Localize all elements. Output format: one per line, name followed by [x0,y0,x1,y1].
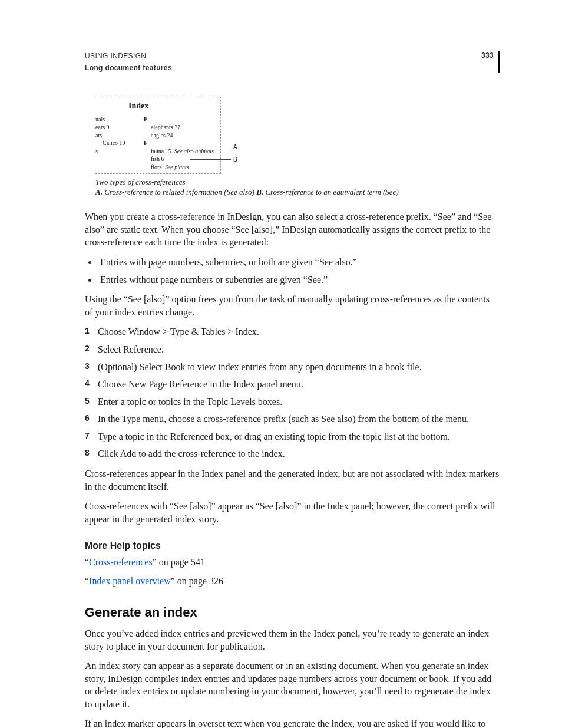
index-entry-xref-b: flora. See plants [144,163,220,172]
callout-line-a [219,147,231,147]
index-xref-see: See plants [165,164,189,170]
body-paragraph: Cross-references appear in the Index pan… [85,467,500,493]
step-item: Enter a topic or topics in the Topic Lev… [85,396,500,409]
callout-line-b [190,159,231,160]
body-paragraph: When you create a cross-reference in InD… [85,210,500,249]
body-paragraph: Cross-references with “See [also]” appea… [85,500,500,525]
numbered-steps: Choose Window > Type & Tables > Index. S… [85,325,500,460]
index-sample-box: Index nals ears 9 ats Calico 19 s E elep… [95,97,221,174]
index-xref-see-also: See also animals [174,148,214,154]
link-suffix: ” on page 541 [153,557,205,567]
body-paragraph: An index story can appear as a separate … [85,660,500,710]
index-entry: s [95,147,143,156]
link-cross-references[interactable]: Cross-references [89,557,153,567]
bullet-list: Entries with page numbers, subentries, o… [85,256,500,286]
section-heading-generate-index: Generate an index [85,604,500,621]
bullet-item: Entries with page numbers, subentries, o… [98,256,500,269]
callout-a: A [233,143,237,151]
figure-block: Index nals ears 9 ats Calico 19 s E elep… [85,97,500,197]
index-left-column: nals ears 9 ats Calico 19 s [95,116,143,172]
index-heading: Index [95,101,220,112]
step-item: Type a topic in the Referenced box, or d… [85,430,500,443]
index-entry: eagles 24 [144,131,220,140]
step-item: Select Reference. [85,343,500,356]
index-entry: ats [95,131,143,140]
step-item: (Optional) Select Book to view index ent… [85,361,500,374]
index-letter-heading: E [144,116,220,124]
step-item: Click Add to add the cross-reference to … [85,447,500,460]
body-paragraph: If an index marker appears in overset te… [85,717,500,728]
index-entry-text: fauna 15. [151,148,174,154]
step-item: In the Type menu, choose a cross-referen… [85,413,500,426]
index-right-column: E elephants 37 eagles 24 F fauna 15. See… [143,116,220,172]
running-header: USING INDESIGN Long document features 33… [85,51,500,73]
index-entry: nals [95,116,143,124]
body-paragraph: Using the “See [also]” option frees you … [85,293,500,318]
caption-label-a: A. [95,187,103,196]
doc-title: USING INDESIGN [85,51,172,61]
index-letter-heading: F [144,139,220,147]
index-entry-text: flora. [151,164,165,170]
step-item: Choose Window > Type & Tables > Index. [85,325,500,338]
body-paragraph: Once you’ve added index entries and prev… [85,627,500,653]
bullet-item: Entries without page numbers or subentri… [98,274,500,286]
help-link-line: “Index panel overview” on page 326 [85,575,500,588]
figure-caption: Two types of cross-references A. Cross-r… [95,177,500,197]
index-entry-xref-a: fauna 15. See also animals [144,147,220,156]
caption-text-a: Cross-reference to related information (… [103,187,256,196]
caption-title: Two types of cross-references [95,177,500,187]
caption-label-b: B. [256,187,263,196]
index-figure: Index nals ears 9 ats Calico 19 s E elep… [95,97,238,174]
help-link-line: “Cross-references” on page 541 [85,556,500,569]
more-help-heading: More Help topics [85,539,500,552]
chapter-title: Long document features [85,62,172,73]
index-subentry: Calico 19 [95,139,143,147]
caption-text-b: Cross-reference to an equivalent term (S… [263,187,399,196]
page-number: 333 [481,51,494,60]
callout-b: B [233,156,237,164]
index-entry: ears 9 [95,123,143,131]
index-entry: elephants 37 [144,123,220,131]
step-item: Choose New Page Reference in the Index p… [85,378,500,391]
link-suffix: ” on page 326 [171,576,223,586]
link-index-panel-overview[interactable]: Index panel overview [89,576,171,586]
